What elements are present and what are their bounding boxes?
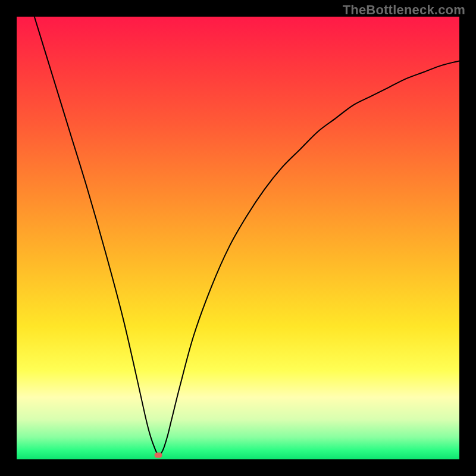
curve-svg [17,17,459,459]
watermark-text: TheBottleneck.com [343,2,465,18]
minimum-marker-icon [155,452,162,458]
chart-frame: TheBottleneck.com [0,0,476,476]
bottleneck-curve [35,17,459,455]
plot-area [17,17,459,459]
